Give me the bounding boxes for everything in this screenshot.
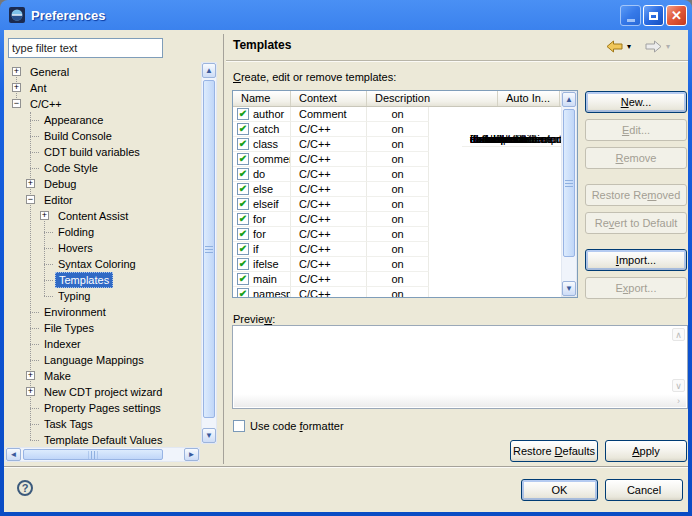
table-vscrollbar[interactable]: ▲ ▼ bbox=[561, 91, 577, 297]
tree-item-label[interactable]: File Types bbox=[41, 320, 97, 336]
template-row-comment[interactable]: ✔commentC/C++default multiline commenton bbox=[233, 152, 577, 167]
new-button[interactable]: New... bbox=[585, 91, 687, 113]
tree-item-label[interactable]: Syntax Coloring bbox=[55, 256, 139, 272]
template-row-ifelse[interactable]: ✔ifelseC/C++if else statementon bbox=[233, 257, 577, 272]
tree-item-ant[interactable]: +Ant bbox=[6, 80, 200, 96]
template-enabled-checkbox[interactable]: ✔ bbox=[237, 228, 249, 240]
tree-item-debug[interactable]: +Debug bbox=[6, 176, 200, 192]
tree-item-label[interactable]: Editor bbox=[41, 192, 76, 208]
export-button[interactable]: Export... bbox=[585, 277, 687, 299]
tree-item-syntax-coloring[interactable]: Syntax Coloring bbox=[6, 256, 200, 272]
use-code-formatter-checkbox[interactable] bbox=[233, 420, 245, 432]
tree-item-templates[interactable]: Templates bbox=[6, 272, 200, 288]
preview-area[interactable]: ∧ ∨ › bbox=[232, 325, 688, 409]
tree-item-task-tags[interactable]: Task Tags bbox=[6, 416, 200, 432]
tree-item-label[interactable]: Debug bbox=[41, 176, 79, 192]
template-enabled-checkbox[interactable]: ✔ bbox=[237, 138, 249, 150]
tree-item-cdt-build-variables[interactable]: CDT build variables bbox=[6, 144, 200, 160]
tree-item-indexer[interactable]: Indexer bbox=[6, 336, 200, 352]
remove-button[interactable]: Remove bbox=[585, 147, 687, 169]
ok-button[interactable]: OK bbox=[521, 479, 598, 501]
expand-icon[interactable]: + bbox=[12, 83, 21, 92]
scroll-down-icon[interactable]: ▼ bbox=[202, 428, 216, 443]
tree-vscrollbar[interactable]: ▲ ▼ bbox=[201, 62, 217, 444]
close-button[interactable]: ✕ bbox=[666, 5, 687, 26]
tree-item-label[interactable]: Language Mappings bbox=[41, 352, 147, 368]
tree-item-environment[interactable]: Environment bbox=[6, 304, 200, 320]
tree-item-label[interactable]: Templates bbox=[55, 272, 113, 288]
column-header-description[interactable]: Description bbox=[367, 91, 498, 106]
template-row-main[interactable]: ✔mainC/C++main methodon bbox=[233, 272, 577, 287]
tree-item-label[interactable]: Property Pages settings bbox=[41, 400, 164, 416]
tree-vscroll-thumb[interactable] bbox=[203, 80, 215, 418]
tree-item-label[interactable]: C/C++ bbox=[27, 96, 65, 112]
scroll-down-icon[interactable]: ▼ bbox=[562, 281, 576, 296]
scroll-up-icon[interactable]: ▲ bbox=[562, 92, 576, 107]
template-row-if[interactable]: ✔ifC/C++if statementon bbox=[233, 242, 577, 257]
expand-icon[interactable]: + bbox=[26, 371, 35, 380]
back-dropdown-icon[interactable]: ▾ bbox=[627, 43, 631, 51]
template-enabled-checkbox[interactable]: ✔ bbox=[237, 258, 249, 270]
restore-removed-button[interactable]: Restore Removed bbox=[585, 184, 687, 206]
expand-icon[interactable]: + bbox=[40, 211, 49, 220]
template-row-for[interactable]: ✔forC/C++for loopon bbox=[233, 212, 577, 227]
filter-input[interactable] bbox=[8, 38, 163, 58]
help-icon[interactable]: ? bbox=[17, 480, 33, 496]
collapse-icon[interactable]: − bbox=[12, 99, 21, 108]
template-enabled-checkbox[interactable]: ✔ bbox=[237, 243, 249, 255]
tree-item-label[interactable]: Appearance bbox=[41, 112, 106, 128]
tree-item-c-c[interactable]: −C/C++ bbox=[6, 96, 200, 112]
tree-item-appearance[interactable]: Appearance bbox=[6, 112, 200, 128]
tree-item-hovers[interactable]: Hovers bbox=[6, 240, 200, 256]
minimize-button[interactable] bbox=[620, 5, 641, 26]
template-row-author[interactable]: ✔authorCommentauthor nameon bbox=[233, 107, 577, 122]
tree-item-label[interactable]: Make bbox=[41, 368, 74, 384]
cancel-button[interactable]: Cancel bbox=[605, 479, 683, 501]
template-enabled-checkbox[interactable]: ✔ bbox=[237, 288, 249, 298]
tree-item-label[interactable]: General bbox=[27, 64, 72, 80]
tree-item-file-types[interactable]: File Types bbox=[6, 320, 200, 336]
tree-item-label[interactable]: Environment bbox=[41, 304, 109, 320]
edit-button[interactable]: Edit... bbox=[585, 119, 687, 141]
template-row-elseif[interactable]: ✔elseifC/C++else if blockon bbox=[233, 197, 577, 212]
tree-item-label[interactable]: Typing bbox=[55, 288, 93, 304]
restore-defaults-button[interactable]: Restore Defaults bbox=[510, 440, 598, 462]
table-vscroll-thumb[interactable] bbox=[563, 109, 575, 257]
template-row-do[interactable]: ✔doC/C++do while statementon bbox=[233, 167, 577, 182]
expand-icon[interactable]: + bbox=[26, 387, 35, 396]
scroll-up-icon[interactable]: ▲ bbox=[202, 63, 216, 78]
column-header-auto-in[interactable]: Auto In... bbox=[498, 91, 560, 106]
tree-item-general[interactable]: +General bbox=[6, 64, 200, 80]
template-row-for[interactable]: ✔forC/C++for loop with temporar...on bbox=[233, 227, 577, 242]
tree-item-label[interactable]: Ant bbox=[27, 80, 50, 96]
tree-item-label[interactable]: Code Style bbox=[41, 160, 101, 176]
revert-to-default-button[interactable]: Revert to Default bbox=[585, 212, 687, 234]
titlebar[interactable]: Preferences ✕ bbox=[0, 0, 692, 30]
tree-item-label[interactable]: Hovers bbox=[55, 240, 96, 256]
tree-item-language-mappings[interactable]: Language Mappings bbox=[6, 352, 200, 368]
column-header-name[interactable]: Name bbox=[233, 91, 291, 106]
tree-item-code-style[interactable]: Code Style bbox=[6, 160, 200, 176]
apply-button[interactable]: Apply bbox=[605, 440, 687, 462]
template-row-else[interactable]: ✔elseC/C++else blockon bbox=[233, 182, 577, 197]
back-icon[interactable] bbox=[606, 40, 623, 53]
table-header[interactable]: NameContextDescriptionAuto In... bbox=[233, 91, 577, 107]
tree-item-label[interactable]: CDT build variables bbox=[41, 144, 143, 160]
tree-item-editor[interactable]: −Editor bbox=[6, 192, 200, 208]
expand-icon[interactable]: + bbox=[26, 179, 35, 188]
tree-item-template-default-values[interactable]: Template Default Values bbox=[6, 432, 200, 446]
template-enabled-checkbox[interactable]: ✔ bbox=[237, 108, 249, 120]
scroll-right-icon[interactable]: ► bbox=[184, 448, 199, 461]
scroll-left-icon[interactable]: ◄ bbox=[6, 448, 21, 461]
expand-icon[interactable]: + bbox=[12, 67, 21, 76]
template-enabled-checkbox[interactable]: ✔ bbox=[237, 273, 249, 285]
tree-item-new-cdt-project-wizard[interactable]: +New CDT project wizard bbox=[6, 384, 200, 400]
template-enabled-checkbox[interactable]: ✔ bbox=[237, 183, 249, 195]
tree-item-label[interactable]: Indexer bbox=[41, 336, 84, 352]
template-enabled-checkbox[interactable]: ✔ bbox=[237, 168, 249, 180]
tree-item-content-assist[interactable]: +Content Assist bbox=[6, 208, 200, 224]
tree-item-label[interactable]: New CDT project wizard bbox=[41, 384, 165, 400]
template-row-namespace[interactable]: ✔namespaceC/C++namespace declarationon bbox=[233, 287, 577, 298]
tree-hscrollbar[interactable]: ◄ ► bbox=[5, 447, 200, 462]
template-enabled-checkbox[interactable]: ✔ bbox=[237, 153, 249, 165]
